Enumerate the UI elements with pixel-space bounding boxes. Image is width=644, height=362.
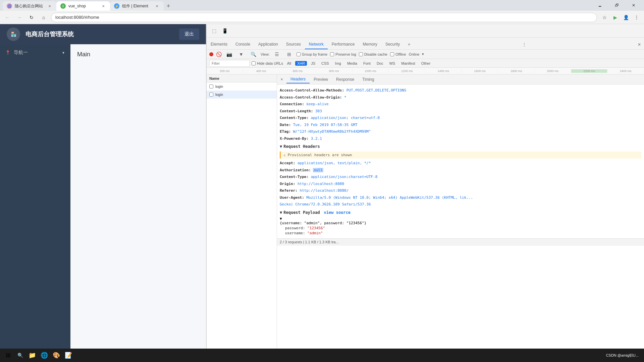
offline-checkbox-label[interactable]: Offline <box>390 52 406 56</box>
filter-css[interactable]: CSS <box>319 61 331 66</box>
tab-sources[interactable]: Sources <box>282 40 305 49</box>
tab-console[interactable]: Console <box>231 40 254 49</box>
response-header-row-7: X-Powered-By: 3.2.1 <box>280 135 641 142</box>
taskbar-start-icon[interactable]: ⊞ <box>3 350 13 361</box>
logout-button[interactable]: 退出 <box>179 28 199 40</box>
hide-data-urls-label[interactable]: Hide data URLs <box>252 61 283 65</box>
camera-icon[interactable]: 📷 <box>224 50 234 59</box>
preserve-log-checkbox-label[interactable]: Preserve log <box>330 52 356 56</box>
tab-element[interactable]: ⚡ 组件 | Element ✕ <box>110 1 164 11</box>
tab-close-1[interactable]: ✕ <box>47 3 52 9</box>
taskbar-search-icon[interactable]: 🔍 <box>15 350 25 361</box>
header-name-etag: ETag: <box>280 129 293 134</box>
group-by-frame-checkbox-label[interactable]: Group by frame <box>297 52 327 56</box>
tick-2400: 2400 ms <box>607 69 644 73</box>
filter-font[interactable]: Font <box>361 61 373 66</box>
tab-close-3[interactable]: ✕ <box>154 3 160 9</box>
disable-cache-checkbox[interactable] <box>359 52 363 56</box>
filter-icon[interactable]: ▼ <box>236 50 246 59</box>
bookmark-icon[interactable]: ☆ <box>600 13 609 22</box>
close-button[interactable]: ✕ <box>626 0 641 11</box>
view-source-link[interactable]: view source <box>324 210 351 215</box>
response-header-row-1: Access-Control-Allow-Origin: * <box>280 94 641 101</box>
minimize-button[interactable]: 🗕 <box>592 0 608 11</box>
payload-collapse-toggle[interactable]: ▼ <box>280 217 641 221</box>
req-header-value-ua-cont: Gecko) Chrome/72.0.3626.109 Safari/537.3… <box>280 202 371 206</box>
tab-network[interactable]: Network <box>305 40 328 49</box>
tab-security[interactable]: Security <box>381 40 404 49</box>
extension-icon-1[interactable]: ▶ <box>610 13 620 22</box>
device-toolbar-icon[interactable]: 📱 <box>220 26 229 36</box>
tab-performance[interactable]: Performance <box>328 40 359 49</box>
hide-data-urls-checkbox[interactable] <box>252 61 256 65</box>
req-header-name-auth: Authorization: <box>280 168 313 172</box>
provisional-headers-warning: ⚠️ Provisional headers are shown <box>280 152 641 159</box>
url-bar[interactable]: localhost:8080/#/home <box>51 13 597 22</box>
tab-more[interactable]: » <box>404 40 414 49</box>
filter-img[interactable]: Img <box>333 61 343 66</box>
tick-1200: 1200 ms <box>389 69 425 73</box>
large-view-icon[interactable]: ⊞ <box>284 50 294 59</box>
tab-application[interactable]: Application <box>254 40 282 49</box>
filter-other[interactable]: Other <box>419 61 433 66</box>
request-item-2[interactable]: login <box>207 90 277 99</box>
filter-manifest[interactable]: Manifest <box>399 61 417 66</box>
tab-elements[interactable]: Elements <box>207 40 231 49</box>
filter-all[interactable]: All <box>285 61 293 66</box>
filter-doc[interactable]: Doc <box>375 61 385 66</box>
taskbar-paint-icon[interactable]: 🎨 <box>51 350 62 361</box>
filter-ws[interactable]: WS <box>387 61 397 66</box>
request-checkbox-2[interactable] <box>209 93 213 97</box>
refresh-button[interactable]: ↻ <box>27 13 36 22</box>
home-button[interactable]: ⌂ <box>39 13 48 22</box>
record-button[interactable] <box>209 52 213 56</box>
taskbar-editor-icon[interactable]: 📝 <box>63 350 74 361</box>
sidebar-item-nav1[interactable]: 📍 导航一 ▼ <box>0 44 70 61</box>
warning-icon: ⚠️ <box>283 153 286 157</box>
request-item-1[interactable]: login <box>207 82 277 90</box>
new-tab-button[interactable]: + <box>164 1 173 11</box>
app-header: 🏪 电商后台管理系统 退出 <box>0 24 206 44</box>
list-view-icon[interactable]: ☰ <box>272 50 282 59</box>
search-icon[interactable]: 🔍 <box>249 50 258 59</box>
preserve-log-checkbox[interactable] <box>330 52 334 56</box>
request-payload-toggle[interactable]: ▼ <box>280 210 282 215</box>
tab-close-2[interactable]: ✕ <box>101 3 106 9</box>
clear-button[interactable]: 🚫 <box>216 52 222 57</box>
inspect-element-icon[interactable]: ⬚ <box>209 26 219 36</box>
app-logo: 🏪 <box>7 27 20 41</box>
filter-js[interactable]: JS <box>309 61 317 66</box>
back-button[interactable]: ← <box>3 13 12 22</box>
filter-input[interactable] <box>209 60 250 67</box>
page-title: Main <box>77 51 199 58</box>
panel-close-button[interactable]: × <box>278 76 285 83</box>
filter-media[interactable]: Media <box>345 61 359 66</box>
response-header-row-5: Date: Tue, 19 Feb 2019 07:58:35 GMT <box>280 122 641 129</box>
tab-memory[interactable]: Memory <box>359 40 381 49</box>
group-by-frame-checkbox[interactable] <box>297 52 301 56</box>
header-name-acam: Access-Control-Allow-Methods: <box>280 88 346 93</box>
forward-button[interactable]: → <box>15 13 24 22</box>
headers-tab-preview[interactable]: Preview <box>310 76 332 83</box>
tab-suixingou[interactable]: 🌀 随心购后台网站 ✕ <box>3 1 56 11</box>
offline-checkbox[interactable] <box>390 52 394 56</box>
payload-root: ▼ {username: "admin", password: "123456"… <box>280 216 641 226</box>
filter-xhr[interactable]: XHR <box>295 61 307 66</box>
disable-cache-checkbox-label[interactable]: Disable cache <box>359 52 387 56</box>
taskbar-chrome-icon[interactable]: 🌐 <box>39 350 50 361</box>
taskbar-files-icon[interactable]: 📁 <box>27 350 38 361</box>
tab-vue-shop[interactable]: V vue_shop ✕ <box>56 1 110 11</box>
devtools-close-button[interactable]: ✕ <box>635 40 644 49</box>
request-headers-toggle[interactable]: ▼ <box>280 144 282 149</box>
account-icon[interactable]: 👤 <box>621 13 631 22</box>
headers-tab-response[interactable]: Response <box>332 76 358 83</box>
headers-tab-timing[interactable]: Timing <box>358 76 378 83</box>
settings-icon[interactable]: ⋮ <box>632 13 641 22</box>
header-name-x-powered-by: X-Powered-By: <box>280 136 311 141</box>
request-checkbox-1[interactable] <box>209 84 213 88</box>
app-title: 电商后台管理系统 <box>25 30 174 38</box>
maximize-button[interactable]: 🗗 <box>609 0 625 11</box>
devtools-settings-icon[interactable]: ⋮ <box>520 40 529 49</box>
headers-tab-headers[interactable]: Headers <box>286 75 310 83</box>
request-payload-section-title: ▼ Request Payload view source <box>280 208 641 216</box>
